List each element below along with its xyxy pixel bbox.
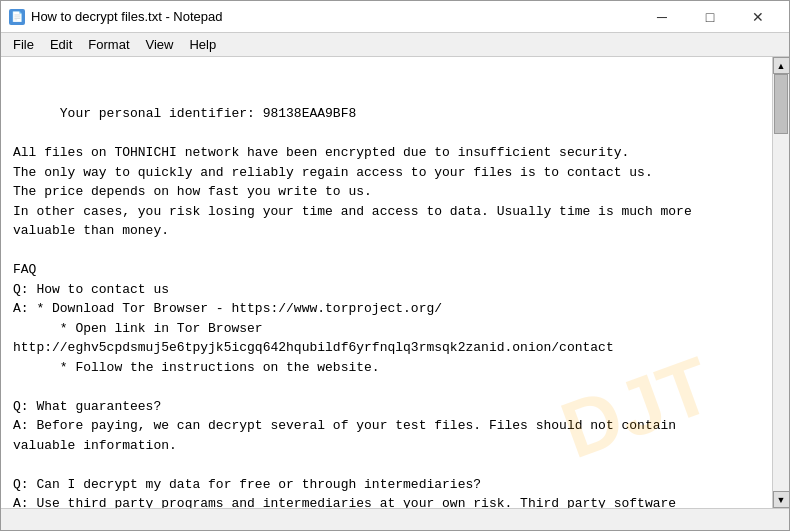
menu-bar: File Edit Format View Help	[1, 33, 789, 57]
content-area: DJT Your personal identifier: 98138EAA9B…	[1, 57, 789, 508]
document-text: Your personal identifier: 98138EAA9BF8 A…	[13, 106, 700, 508]
close-button[interactable]: ✕	[735, 5, 781, 29]
minimize-button[interactable]: ─	[639, 5, 685, 29]
menu-help[interactable]: Help	[181, 35, 224, 54]
scrollbar-track[interactable]	[773, 74, 789, 491]
menu-edit[interactable]: Edit	[42, 35, 80, 54]
window-controls: ─ □ ✕	[639, 5, 781, 29]
maximize-button[interactable]: □	[687, 5, 733, 29]
scrollbar-thumb[interactable]	[774, 74, 788, 134]
title-bar: 📄 How to decrypt files.txt - Notepad ─ □…	[1, 1, 789, 33]
vertical-scrollbar[interactable]: ▲ ▼	[772, 57, 789, 508]
menu-format[interactable]: Format	[80, 35, 137, 54]
status-bar	[1, 508, 789, 530]
menu-view[interactable]: View	[138, 35, 182, 54]
scroll-up-arrow[interactable]: ▲	[773, 57, 790, 74]
title-bar-left: 📄 How to decrypt files.txt - Notepad	[9, 9, 222, 25]
notepad-icon: 📄	[9, 9, 25, 25]
scroll-down-arrow[interactable]: ▼	[773, 491, 790, 508]
menu-file[interactable]: File	[5, 35, 42, 54]
notepad-window: 📄 How to decrypt files.txt - Notepad ─ □…	[0, 0, 790, 531]
window-title: How to decrypt files.txt - Notepad	[31, 9, 222, 24]
text-editor[interactable]: DJT Your personal identifier: 98138EAA9B…	[1, 57, 772, 508]
